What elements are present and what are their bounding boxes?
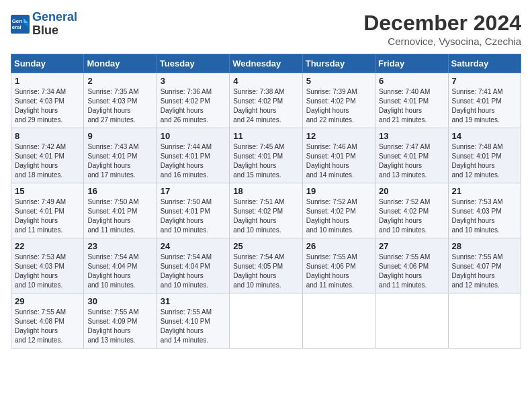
- day-number: 15: [15, 186, 80, 196]
- cell-content: Sunrise: 7:53 AMSunset: 4:03 PMDaylight …: [452, 198, 503, 234]
- day-number: 9: [87, 131, 152, 141]
- day-number: 13: [379, 131, 444, 141]
- calendar-cell: 7 Sunrise: 7:41 AMSunset: 4:01 PMDayligh…: [448, 73, 521, 128]
- logo-text: GeneralBlue: [32, 11, 77, 38]
- cell-content: Sunrise: 7:55 AMSunset: 4:10 PMDaylight …: [161, 308, 212, 344]
- cell-content: Sunrise: 7:46 AMSunset: 4:01 PMDaylight …: [306, 143, 357, 179]
- day-number: 3: [161, 76, 226, 86]
- calendar-cell: [302, 293, 375, 349]
- calendar-week-row: 29 Sunrise: 7:55 AMSunset: 4:08 PMDaylig…: [11, 293, 521, 349]
- calendar-cell: 23 Sunrise: 7:54 AMSunset: 4:04 PMDaylig…: [84, 238, 157, 293]
- calendar-cell: 27 Sunrise: 7:55 AMSunset: 4:06 PMDaylig…: [375, 238, 448, 293]
- calendar-cell: 6 Sunrise: 7:40 AMSunset: 4:01 PMDayligh…: [375, 73, 448, 128]
- header-cell-monday: Monday: [84, 54, 157, 73]
- calendar-week-row: 22 Sunrise: 7:53 AMSunset: 4:03 PMDaylig…: [11, 238, 521, 293]
- calendar-cell: 11 Sunrise: 7:45 AMSunset: 4:01 PMDaylig…: [230, 128, 302, 183]
- cell-content: Sunrise: 7:54 AMSunset: 4:05 PMDaylight …: [233, 253, 284, 289]
- day-number: 28: [452, 241, 517, 251]
- cell-content: Sunrise: 7:54 AMSunset: 4:04 PMDaylight …: [87, 253, 138, 289]
- calendar-cell: 10 Sunrise: 7:44 AMSunset: 4:01 PMDaylig…: [157, 128, 229, 183]
- day-number: 29: [15, 296, 80, 306]
- cell-content: Sunrise: 7:44 AMSunset: 4:01 PMDaylight …: [161, 143, 212, 179]
- day-number: 31: [161, 296, 226, 306]
- calendar-cell: 29 Sunrise: 7:55 AMSunset: 4:08 PMDaylig…: [11, 293, 84, 349]
- header-cell-tuesday: Tuesday: [157, 54, 229, 73]
- header-cell-thursday: Thursday: [302, 54, 375, 73]
- cell-content: Sunrise: 7:47 AMSunset: 4:01 PMDaylight …: [379, 143, 430, 179]
- day-number: 12: [306, 131, 371, 141]
- day-number: 1: [15, 76, 80, 86]
- cell-content: Sunrise: 7:41 AMSunset: 4:01 PMDaylight …: [452, 88, 503, 124]
- header-cell-sunday: Sunday: [11, 54, 84, 73]
- month-title: December 2024: [363, 11, 521, 36]
- calendar-cell: 5 Sunrise: 7:39 AMSunset: 4:02 PMDayligh…: [302, 73, 375, 128]
- cell-content: Sunrise: 7:53 AMSunset: 4:03 PMDaylight …: [15, 253, 66, 289]
- calendar-body: 1 Sunrise: 7:34 AMSunset: 4:03 PMDayligh…: [11, 73, 521, 349]
- day-number: 21: [452, 186, 517, 196]
- location: Cernovice, Vysocina, Czechia: [363, 36, 521, 47]
- day-number: 22: [15, 241, 80, 251]
- cell-content: Sunrise: 7:55 AMSunset: 4:06 PMDaylight …: [306, 253, 357, 289]
- cell-content: Sunrise: 7:50 AMSunset: 4:01 PMDaylight …: [87, 198, 138, 234]
- calendar-cell: 20 Sunrise: 7:52 AMSunset: 4:02 PMDaylig…: [375, 183, 448, 238]
- day-number: 5: [306, 76, 371, 86]
- day-number: 14: [452, 131, 517, 141]
- cell-content: Sunrise: 7:34 AMSunset: 4:03 PMDaylight …: [15, 88, 66, 124]
- day-number: 19: [306, 186, 371, 196]
- header-cell-friday: Friday: [375, 54, 448, 73]
- cell-content: Sunrise: 7:50 AMSunset: 4:01 PMDaylight …: [161, 198, 212, 234]
- calendar-cell: [230, 293, 302, 349]
- calendar-cell: 30 Sunrise: 7:55 AMSunset: 4:09 PMDaylig…: [84, 293, 157, 349]
- day-number: 8: [15, 131, 80, 141]
- svg-text:eral: eral: [12, 24, 21, 30]
- calendar-cell: 9 Sunrise: 7:43 AMSunset: 4:01 PMDayligh…: [84, 128, 157, 183]
- day-number: 25: [233, 241, 298, 251]
- calendar-week-row: 1 Sunrise: 7:34 AMSunset: 4:03 PMDayligh…: [11, 73, 521, 128]
- cell-content: Sunrise: 7:55 AMSunset: 4:09 PMDaylight …: [87, 308, 138, 344]
- day-number: 6: [379, 76, 444, 86]
- calendar-cell: 31 Sunrise: 7:55 AMSunset: 4:10 PMDaylig…: [157, 293, 229, 349]
- calendar-cell: 8 Sunrise: 7:42 AMSunset: 4:01 PMDayligh…: [11, 128, 84, 183]
- cell-content: Sunrise: 7:55 AMSunset: 4:06 PMDaylight …: [379, 253, 430, 289]
- calendar-cell: 13 Sunrise: 7:47 AMSunset: 4:01 PMDaylig…: [375, 128, 448, 183]
- cell-content: Sunrise: 7:54 AMSunset: 4:04 PMDaylight …: [161, 253, 212, 289]
- day-number: 20: [379, 186, 444, 196]
- svg-text:Gen: Gen: [12, 18, 22, 24]
- day-number: 2: [87, 76, 152, 86]
- day-number: 10: [161, 131, 226, 141]
- day-number: 17: [161, 186, 226, 196]
- cell-content: Sunrise: 7:55 AMSunset: 4:07 PMDaylight …: [452, 253, 503, 289]
- cell-content: Sunrise: 7:52 AMSunset: 4:02 PMDaylight …: [306, 198, 357, 234]
- logo: Gen eral GeneralBlue: [11, 11, 77, 38]
- day-number: 18: [233, 186, 298, 196]
- cell-content: Sunrise: 7:49 AMSunset: 4:01 PMDaylight …: [15, 198, 66, 234]
- day-number: 16: [87, 186, 152, 196]
- cell-content: Sunrise: 7:52 AMSunset: 4:02 PMDaylight …: [379, 198, 430, 234]
- day-number: 23: [87, 241, 152, 251]
- day-number: 11: [233, 131, 298, 141]
- day-number: 24: [161, 241, 226, 251]
- cell-content: Sunrise: 7:55 AMSunset: 4:08 PMDaylight …: [15, 308, 66, 344]
- calendar-cell: 2 Sunrise: 7:35 AMSunset: 4:03 PMDayligh…: [84, 73, 157, 128]
- cell-content: Sunrise: 7:42 AMSunset: 4:01 PMDaylight …: [15, 143, 66, 179]
- page-header: Gen eral GeneralBlue December 2024 Cerno…: [11, 11, 521, 47]
- header-cell-wednesday: Wednesday: [230, 54, 302, 73]
- calendar-cell: 16 Sunrise: 7:50 AMSunset: 4:01 PMDaylig…: [84, 183, 157, 238]
- cell-content: Sunrise: 7:48 AMSunset: 4:01 PMDaylight …: [452, 143, 503, 179]
- header-cell-saturday: Saturday: [448, 54, 521, 73]
- cell-content: Sunrise: 7:43 AMSunset: 4:01 PMDaylight …: [87, 143, 138, 179]
- logo-icon: Gen eral: [11, 15, 30, 34]
- calendar-cell: 14 Sunrise: 7:48 AMSunset: 4:01 PMDaylig…: [448, 128, 521, 183]
- calendar-cell: 3 Sunrise: 7:36 AMSunset: 4:02 PMDayligh…: [157, 73, 229, 128]
- calendar-cell: 28 Sunrise: 7:55 AMSunset: 4:07 PMDaylig…: [448, 238, 521, 293]
- calendar-cell: 24 Sunrise: 7:54 AMSunset: 4:04 PMDaylig…: [157, 238, 229, 293]
- calendar-cell: 12 Sunrise: 7:46 AMSunset: 4:01 PMDaylig…: [302, 128, 375, 183]
- day-number: 27: [379, 241, 444, 251]
- calendar-cell: 22 Sunrise: 7:53 AMSunset: 4:03 PMDaylig…: [11, 238, 84, 293]
- calendar-cell: 15 Sunrise: 7:49 AMSunset: 4:01 PMDaylig…: [11, 183, 84, 238]
- cell-content: Sunrise: 7:35 AMSunset: 4:03 PMDaylight …: [87, 88, 138, 124]
- calendar-cell: 1 Sunrise: 7:34 AMSunset: 4:03 PMDayligh…: [11, 73, 84, 128]
- calendar-cell: 4 Sunrise: 7:38 AMSunset: 4:02 PMDayligh…: [230, 73, 302, 128]
- cell-content: Sunrise: 7:51 AMSunset: 4:02 PMDaylight …: [233, 198, 284, 234]
- calendar-cell: 25 Sunrise: 7:54 AMSunset: 4:05 PMDaylig…: [230, 238, 302, 293]
